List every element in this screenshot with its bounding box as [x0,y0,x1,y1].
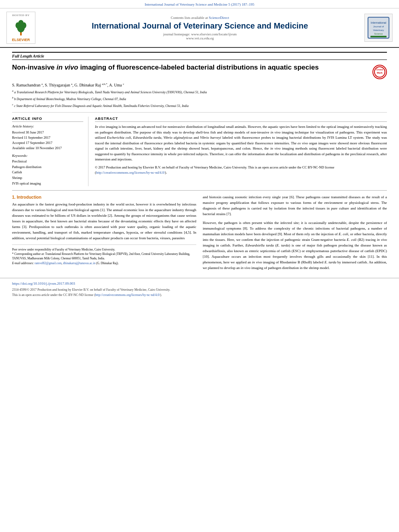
journal-logo-icon: International Journal of Veterinary Scie… [366,16,391,40]
accepted-date: Accepted 17 September 2017 [12,140,83,146]
svg-text:Mark: Mark [377,72,383,74]
email-note: E-mail addresses: ramvel82@gmail.com, dh… [12,261,196,265]
intro-right-col: and biotoxin causing zoonotic infection … [203,195,387,274]
introduction-section: 1. Introduction An aquaculture is the fa… [12,195,387,274]
sciencedirect-label: Contents lists available at ScienceDirec… [39,16,360,20]
affiliation-c: c c State Referral Laboratory for Fish D… [12,103,387,109]
email-link-1[interactable]: ramvel82@gmail.com [35,261,62,265]
affiliations: a a Translational Research Platform for … [12,89,387,113]
corresponding-note: * Corresponding author at: Translational… [12,252,196,261]
svg-text:Journal of: Journal of [373,25,384,28]
abstract-text: In vivo imaging is becoming an advanced … [95,124,387,162]
available-date: Available online 10 November 2017 [12,146,83,151]
intro-heading: 1. Introduction [12,195,196,199]
svg-text:Science: Science [374,33,383,35]
keyword-2: Pathogen distribution [12,164,83,170]
svg-text:International: International [371,21,387,24]
intro-right-text-2: However, the pathogen is often present w… [203,220,387,271]
journal-header: HOSTED BY ELSEVIER Contents lists availa… [0,8,399,48]
svg-point-4 [18,20,23,26]
peer-review-note: Peer review under responsibility of Facu… [12,247,196,252]
intro-left-col: 1. Introduction An aquaculture is the fa… [12,195,196,274]
article-title-row: Non-invasive in vivo imaging of fluoresc… [12,63,387,79]
journal-logo-box: International Journal of Veterinary Scie… [364,14,393,42]
keywords-label: Keywords: [12,154,83,158]
keyword-3: Catfish [12,170,83,175]
intro-right-text-1: and biotoxin causing zoonotic infection … [203,195,387,217]
bottom-license-link[interactable]: http://creativecommons.org/licenses/by-n… [95,293,160,297]
keyword-4: Shrimp [12,175,83,181]
elsevier-logo: ELSEVIER [12,38,30,42]
article-title: Non-invasive in vivo imaging of fluoresc… [12,63,368,72]
keyword-1: Preclinical [12,159,83,164]
svg-rect-5 [367,16,390,39]
article-info-panel: ARTICLE INFO Article history: Received 3… [12,117,88,186]
affiliation-a: a a Translational Research Platform for … [12,89,387,95]
copyright-text: © 2017 Production and hosting by Elsevie… [95,165,387,175]
journal-reference-bar: International Journal of Veterinary Scie… [0,0,399,8]
journal-center: Contents lists available at ScienceDirec… [39,16,360,40]
received-date: Received 30 June 2017 [12,130,83,135]
hosted-by-box: HOSTED BY ELSEVIER [6,12,35,44]
license-text: This is an open access article under the… [12,293,162,297]
doi-link[interactable]: https://doi.org/10.1016/j.ijvsm.2017.09.… [12,281,387,286]
affiliation-b: b b Department of Animal Biotechnology, … [12,96,387,102]
elsevier-tree-icon [13,17,29,37]
crossmark-icon: Cross Mark [374,66,386,78]
crossmark-badge: Cross Mark [372,65,387,79]
authors-text: S. Ramachandran a, S. Thiyagarajan a, G.… [12,83,124,87]
intro-left-text: An aquaculture is the fastest growing fo… [12,202,196,241]
section-divider [12,190,387,191]
email-link-2[interactable]: dhinakarraj@tanuvas.ac.in [63,261,95,265]
svg-text:Cross: Cross [376,68,383,71]
article-type-label: Full Length Article [12,52,387,60]
revised-date: Revised 11 September 2017 [12,135,83,140]
abstract-panel: ABSTRACT In vivo imaging is becoming an … [95,117,387,186]
bottom-bar: https://doi.org/10.1016/j.ijvsm.2017.09.… [0,278,399,300]
abstract-title: ABSTRACT [95,117,387,122]
svg-text:Veterinary: Veterinary [373,29,384,31]
copyright-link[interactable]: http://creativecommons.org/licenses/by-n… [96,170,165,175]
authors-line: S. Ramachandran a, S. Thiyagarajan a, G.… [12,82,387,87]
keyword-5: IVIS optical imaging [12,181,83,187]
journal-reference-text: International Journal of Veterinary Scie… [145,2,255,6]
info-abstract-section: ARTICLE INFO Article history: Received 3… [12,117,387,186]
footnote-section: Peer review under responsibility of Facu… [12,244,196,265]
history-label: Article history: [12,124,83,128]
hosted-by-label: HOSTED BY [12,14,30,17]
article-info-title: ARTICLE INFO [12,117,83,122]
sciencedirect-link[interactable]: ScienceDirect [209,16,229,20]
article-body: Full Length Article Non-invasive in vivo… [0,48,399,278]
svg-rect-11 [370,36,387,37]
journal-homepage: journal homepage: www.elsevier.com/locat… [39,32,360,40]
issn-text: 2314-4599/© 2017 Production and hosting … [12,288,170,292]
journal-title: International Journal of Veterinary Scie… [39,21,360,31]
